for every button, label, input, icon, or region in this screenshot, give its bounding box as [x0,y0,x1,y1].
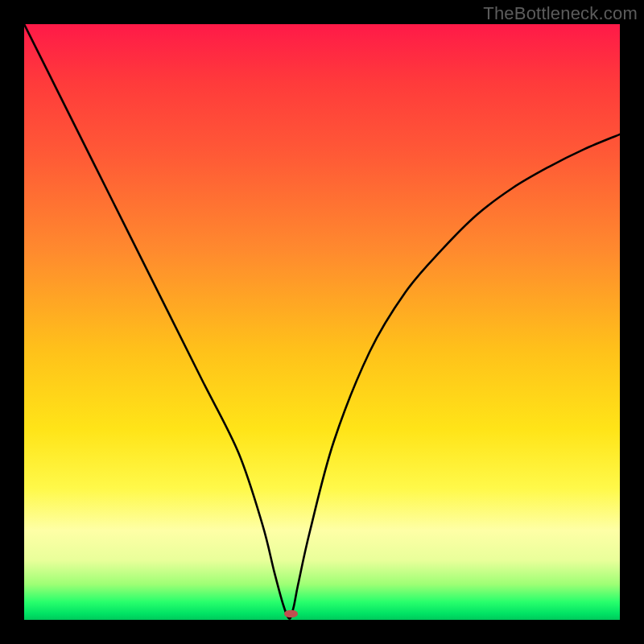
bottleneck-curve [24,24,620,620]
min-marker [284,610,297,618]
curve-path [24,24,620,619]
plot-area [24,24,620,620]
chart-frame: TheBottleneck.com [0,0,644,644]
watermark-text: TheBottleneck.com [483,3,638,24]
